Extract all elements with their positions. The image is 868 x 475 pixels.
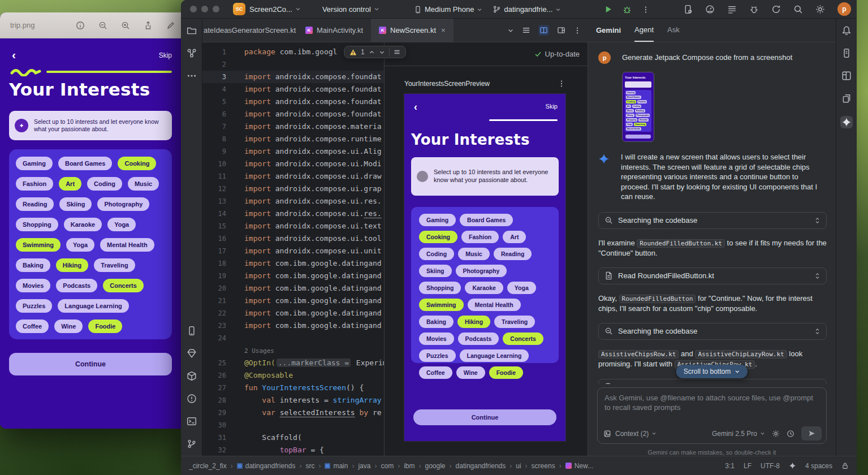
code-line[interactable]: 25@OptIn(...markerClass = Experiment <box>202 357 384 369</box>
line-number[interactable]: 7 <box>202 120 226 133</box>
code-line[interactable]: 21import com.ibm.google.datingand <box>202 295 384 307</box>
history-icon[interactable] <box>787 430 794 438</box>
maximize-window-icon[interactable] <box>213 6 219 12</box>
next-problem-icon[interactable] <box>379 49 385 55</box>
markup-pencil-icon[interactable] <box>166 21 175 30</box>
breadcrumb-item[interactable]: java <box>358 462 370 470</box>
running-devices-tool-button[interactable] <box>187 326 197 336</box>
breadcrumb-item[interactable]: datingandfriends <box>456 462 506 470</box>
line-number[interactable]: 11 <box>202 170 226 183</box>
model-selector[interactable]: Gemini 2.5 Pro <box>712 430 765 438</box>
breadcrumb-item[interactable]: datingandfriends <box>237 462 296 470</box>
editor-tab-dateideasgeneratorscreen[interactable]: ateIdeasGeneratorScreen.kt <box>202 19 297 42</box>
line-number[interactable]: 19 <box>202 270 226 282</box>
usages-hint-line[interactable]: 2 Usages <box>202 344 384 357</box>
minimize-window-icon[interactable] <box>201 6 208 12</box>
line-number[interactable]: 21 <box>202 295 226 307</box>
assistant-files-tool-button[interactable] <box>841 93 852 103</box>
code-line[interactable]: 4import androidx.compose.foundat <box>202 83 384 96</box>
breadcrumb-item[interactable]: ibm <box>404 462 414 470</box>
gemini-prompt-input[interactable] <box>604 393 819 424</box>
code-line[interactable]: 14import androidx.compose.ui.res. <box>202 208 384 220</box>
app-inspection-button[interactable] <box>749 5 759 14</box>
code-line[interactable]: 27fun YourInterestsScreen() { <box>202 382 384 394</box>
line-number[interactable]: 6 <box>202 108 226 120</box>
problems-tool-button[interactable] <box>187 394 197 404</box>
close-window-icon[interactable] <box>190 6 197 12</box>
code-line[interactable]: 29 var selectedInterests by re <box>202 407 384 419</box>
code-line[interactable]: 18import com.ibm.google.datingand <box>202 257 384 270</box>
breadcrumb-item[interactable]: src <box>305 462 314 470</box>
code-line[interactable]: 5import androidx.compose.foundat <box>202 96 384 108</box>
line-number[interactable]: 1 <box>202 46 226 58</box>
version-control-tool-button[interactable] <box>187 439 197 449</box>
window-controls[interactable] <box>181 6 219 12</box>
editor-options-kebab-icon[interactable] <box>573 27 581 34</box>
line-number[interactable]: 2 <box>202 58 226 71</box>
settings-button[interactable] <box>815 5 825 14</box>
code-line[interactable]: 6import androidx.compose.foundat <box>202 108 384 120</box>
code-line[interactable]: 16import androidx.compose.ui.tool <box>202 232 384 245</box>
run-button[interactable] <box>604 5 612 14</box>
inspections-menu-icon[interactable] <box>394 49 400 55</box>
user-avatar[interactable]: p <box>837 2 851 16</box>
attached-screenshot[interactable]: Your Interests GamingBoard GamesCookingF… <box>622 72 827 142</box>
line-number[interactable]: 23 <box>202 319 226 332</box>
device-manager-button[interactable] <box>683 5 693 14</box>
line-number[interactable]: 32 <box>202 444 226 456</box>
code-line[interactable]: 7import androidx.compose.materia <box>202 120 384 133</box>
code-line[interactable]: 2 <box>202 58 384 71</box>
line-number[interactable] <box>202 344 226 357</box>
expand-icon[interactable] <box>814 217 821 224</box>
preview-name-label[interactable]: YourInterestsScreenPreview <box>404 80 490 88</box>
caret-position[interactable]: 3:1 <box>725 462 735 470</box>
hidden-tabs-chevron-icon[interactable] <box>507 27 514 34</box>
line-number[interactable]: 27 <box>202 382 226 394</box>
context-attach-icon[interactable] <box>603 430 611 438</box>
breadcrumb-item[interactable]: _circle_2_fix <box>189 462 227 470</box>
project-menu[interactable]: Screen2Co... <box>249 5 301 14</box>
tool-call-searching-codebase[interactable]: Searching the codebase <box>598 212 827 229</box>
line-number[interactable]: 9 <box>202 145 226 158</box>
code-line[interactable]: 28 val interests = stringArray <box>202 394 384 407</box>
line-number[interactable]: 25 <box>202 357 226 369</box>
gemini-composer[interactable]: Context (2) Gemini 2.5 Pro <box>597 387 827 444</box>
line-number[interactable]: 29 <box>202 407 226 419</box>
breadcrumb-item[interactable]: screens <box>532 462 555 470</box>
split-editor-preview-toggle[interactable] <box>538 25 549 36</box>
tab-agent[interactable]: Agent <box>634 19 654 42</box>
terminal-tool-button[interactable] <box>187 416 197 426</box>
debug-button[interactable] <box>623 5 632 14</box>
gemini-tool-button[interactable] <box>840 116 853 128</box>
line-number[interactable]: 26 <box>202 369 226 382</box>
line-number[interactable]: 28 <box>202 394 226 407</box>
code-line[interactable]: 3import androidx.compose.foundat <box>202 71 384 83</box>
line-number[interactable]: 30 <box>202 419 226 431</box>
line-number[interactable]: 4 <box>202 83 226 96</box>
breadcrumb-item[interactable]: main <box>325 462 348 470</box>
code-line[interactable]: 31 Scaffold( <box>202 431 384 444</box>
line-number[interactable]: 10 <box>202 158 226 170</box>
more-tool-windows-button[interactable] <box>187 71 197 81</box>
breadcrumb-item[interactable]: google <box>425 462 445 470</box>
indent-setting[interactable]: 4 spaces <box>805 462 832 470</box>
zoom-out-icon[interactable] <box>98 21 107 30</box>
preview-window-titlebar[interactable]: trip.png <box>0 12 181 38</box>
line-number[interactable]: 16 <box>202 232 226 245</box>
breadcrumb-item[interactable]: ui <box>516 462 521 470</box>
build-variants-tool-button[interactable] <box>187 348 197 359</box>
editor-tab-newscreen[interactable]: K NewScreen.kt × <box>371 19 454 42</box>
line-number[interactable]: 14 <box>202 208 226 220</box>
notifications-button[interactable] <box>841 25 852 36</box>
code-line[interactable]: 11import androidx.compose.ui.draw <box>202 170 384 183</box>
line-number[interactable]: 12 <box>202 183 226 195</box>
line-number[interactable]: 15 <box>202 220 226 232</box>
code-line[interactable]: 8import androidx.compose.runtime <box>202 133 384 145</box>
line-separator[interactable]: LF <box>744 462 752 470</box>
preview-sync-status[interactable]: Up-to-date <box>534 50 580 58</box>
device-selector[interactable]: Medium Phone <box>414 5 482 14</box>
code-line[interactable]: 24 <box>202 332 384 344</box>
breadcrumb-item[interactable]: New... <box>565 462 593 470</box>
line-number[interactable]: 17 <box>202 245 226 257</box>
line-number[interactable]: 20 <box>202 282 226 295</box>
